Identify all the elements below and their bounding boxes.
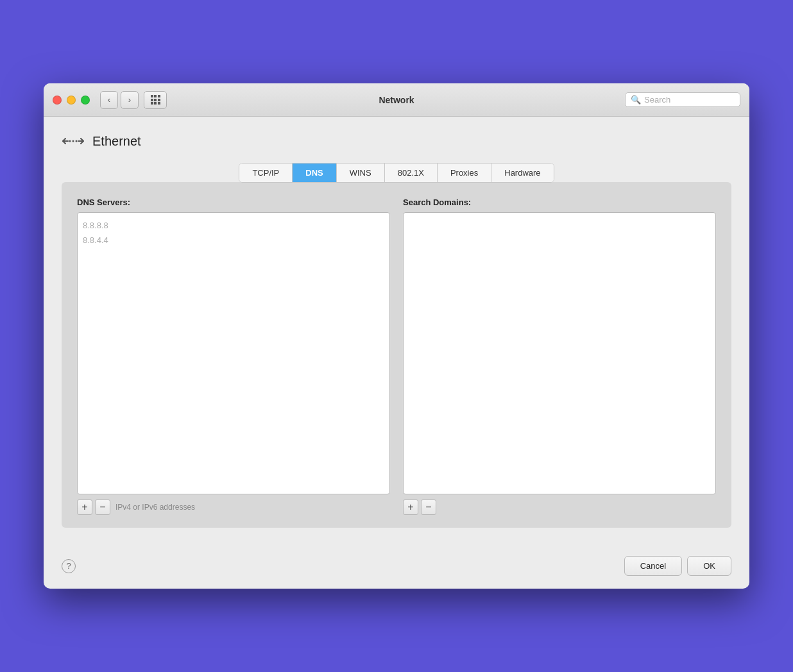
maximize-button[interactable]	[81, 96, 90, 105]
dns-entry-1: 8.8.8.8	[83, 218, 384, 233]
tab-tcpip[interactable]: TCP/IP	[239, 164, 293, 182]
dns-panel: DNS Servers: 8.8.8.8 8.8.4.4 + − IPv4 or…	[62, 182, 731, 528]
tabs-and-panel: TCP/IP DNS WINS 802.1X Proxies Hardware …	[62, 163, 731, 528]
search-domains-listbox[interactable]	[403, 212, 716, 494]
search-domains-footer: + −	[403, 500, 716, 515]
window-title: Network	[379, 95, 414, 105]
dns-servers-footer: + − IPv4 or IPv6 addresses	[77, 500, 390, 515]
dns-hint: IPv4 or IPv6 addresses	[115, 503, 195, 512]
nav-buttons: ‹ ›	[100, 91, 139, 109]
search-domains-column: Search Domains: + −	[403, 197, 716, 515]
tab-hardware[interactable]: Hardware	[491, 164, 553, 182]
tab-bar: TCP/IP DNS WINS 802.1X Proxies Hardware	[62, 163, 731, 183]
close-button[interactable]	[53, 96, 62, 105]
ok-button[interactable]: OK	[687, 556, 731, 576]
search-domains-label: Search Domains:	[403, 197, 716, 207]
dns-remove-button[interactable]: −	[95, 500, 110, 515]
ethernet-icon	[62, 132, 85, 150]
dns-servers-label: DNS Servers:	[77, 197, 390, 207]
content-area: Ethernet TCP/IP DNS WINS 802.1X Proxies …	[44, 117, 749, 546]
action-buttons: Cancel OK	[624, 556, 731, 576]
window: ‹ › Network 🔍 Search	[44, 83, 749, 589]
dns-columns: DNS Servers: 8.8.8.8 8.8.4.4 + − IPv4 or…	[77, 197, 716, 515]
cancel-button[interactable]: Cancel	[624, 556, 682, 576]
bottom-bar: ? Cancel OK	[44, 546, 749, 589]
search-icon: 🔍	[631, 95, 641, 105]
minimize-button[interactable]	[67, 96, 76, 105]
tab-wins[interactable]: WINS	[337, 164, 385, 182]
search-placeholder: Search	[644, 95, 670, 105]
search-domain-remove-button[interactable]: −	[421, 500, 436, 515]
svg-point-2	[76, 140, 78, 142]
grid-button[interactable]	[144, 91, 167, 109]
help-button[interactable]: ?	[62, 559, 76, 573]
svg-point-1	[72, 140, 74, 142]
svg-point-0	[69, 140, 71, 142]
forward-button[interactable]: ›	[121, 91, 139, 109]
search-domain-add-button[interactable]: +	[403, 500, 418, 515]
tab-dns[interactable]: DNS	[293, 164, 336, 182]
traffic-lights	[53, 96, 90, 105]
grid-icon	[151, 95, 160, 105]
tab-container: TCP/IP DNS WINS 802.1X Proxies Hardware	[239, 163, 554, 183]
page-header: Ethernet	[62, 132, 731, 150]
dns-servers-listbox[interactable]: 8.8.8.8 8.8.4.4	[77, 212, 390, 494]
dns-entry-2: 8.8.4.4	[83, 233, 384, 248]
search-box[interactable]: 🔍 Search	[625, 92, 740, 107]
tab-proxies[interactable]: Proxies	[438, 164, 491, 182]
titlebar: ‹ › Network 🔍 Search	[44, 83, 749, 117]
page-title: Ethernet	[92, 134, 141, 149]
back-button[interactable]: ‹	[100, 91, 118, 109]
dns-servers-column: DNS Servers: 8.8.8.8 8.8.4.4 + − IPv4 or…	[77, 197, 390, 515]
tab-8021x[interactable]: 802.1X	[385, 164, 438, 182]
dns-add-button[interactable]: +	[77, 500, 92, 515]
